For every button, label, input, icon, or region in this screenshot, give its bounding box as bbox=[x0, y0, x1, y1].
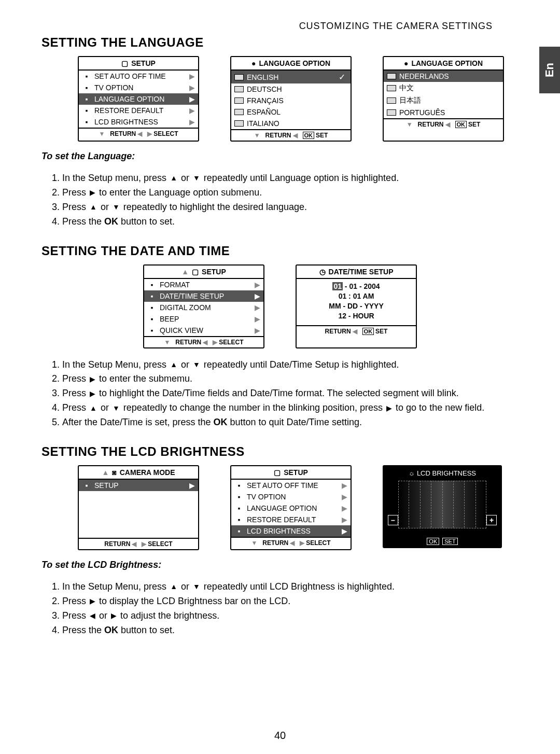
menu-item-label: FRANÇAIS bbox=[247, 96, 347, 105]
menu-item[interactable]: ESPAÑOL bbox=[231, 106, 351, 118]
subheading-set-language: To set the Language: bbox=[41, 151, 519, 162]
menu-item-label: ITALIANO bbox=[247, 119, 347, 128]
submenu-arrow-icon: ▶ bbox=[189, 106, 195, 115]
menu-item[interactable]: ▪LANGUAGE OPTION▶ bbox=[79, 93, 198, 105]
datetime-setup-menu: ◷ DATE/TIME SETUP 01 - 01 - 2004 01 : 01… bbox=[296, 264, 417, 348]
menu-item[interactable]: DEUTSCH bbox=[231, 83, 351, 95]
menu-item-label: TV OPTION bbox=[94, 83, 186, 92]
brightness-minus[interactable]: – bbox=[388, 515, 398, 525]
heading-setting-datetime: SETTING THE DATE AND TIME bbox=[41, 244, 519, 258]
menu-item-label: DIGITAL ZOOM bbox=[160, 303, 251, 312]
menu-item-label: DEUTSCH bbox=[247, 85, 347, 93]
menu-item[interactable]: ▪SETUP▶ bbox=[79, 480, 198, 491]
menu-item-label: DATE/TIME SETUP bbox=[160, 292, 251, 300]
submenu-arrow-icon: ▶ bbox=[189, 118, 195, 126]
menu-item-icon: ▪ bbox=[147, 281, 157, 289]
submenu-arrow-icon: ▶ bbox=[342, 515, 347, 524]
menu-item[interactable]: ENGLISH✓ bbox=[231, 71, 351, 83]
menu-item-icon: ▪ bbox=[82, 72, 91, 80]
menu-item-label: 中文 bbox=[399, 83, 500, 93]
language-side-tab: En bbox=[539, 47, 560, 93]
language-option-menu-1: ● LANGUAGE OPTION ENGLISH✓DEUTSCHFRANÇAI… bbox=[230, 56, 352, 142]
menu-item-label: PORTUGUÊS bbox=[399, 108, 500, 117]
submenu-arrow-icon: ▶ bbox=[342, 481, 347, 490]
instruction-step: In the Setup Menu, press ▲ or ▼ repeated… bbox=[62, 580, 519, 594]
menu-item[interactable]: ▪BEEP▶ bbox=[144, 313, 263, 325]
menu-item-label: SET AUTO OFF TIME bbox=[94, 72, 186, 80]
instruction-step: In the Setup Menu, press ▲ or ▼ repeated… bbox=[62, 358, 519, 372]
menu-item[interactable]: ITALIANO bbox=[231, 118, 351, 129]
brightness-plus[interactable]: + bbox=[486, 515, 497, 525]
date-format: MM - DD - YYYY bbox=[329, 302, 384, 310]
menu-item-icon: ▪ bbox=[234, 504, 244, 512]
menu-item[interactable]: ▪DATE/TIME SETUP▶ bbox=[144, 290, 263, 302]
menu-item-icon: ▪ bbox=[147, 326, 157, 334]
language-steps: In the Setup menu, press ▲ or ▼ repeated… bbox=[41, 171, 519, 229]
menu-item-label: 日本語 bbox=[399, 96, 500, 105]
datetime-steps: In the Setup Menu, press ▲ or ▼ repeated… bbox=[41, 358, 519, 430]
menu-item-label: QUICK VIEW bbox=[160, 326, 251, 334]
menu-item[interactable]: 中文 bbox=[384, 82, 503, 94]
menu-item-label: ENGLISH bbox=[247, 73, 335, 81]
submenu-arrow-icon: ▶ bbox=[342, 527, 347, 535]
camera-icon: ◙ bbox=[112, 468, 116, 477]
language-option-menu-2: ● LANGUAGE OPTION NEDERLANDS中文日本語PORTUGU… bbox=[383, 56, 504, 142]
submenu-arrow-icon: ▶ bbox=[255, 281, 260, 289]
hour-format: 12 - HOUR bbox=[338, 312, 374, 320]
menu-item[interactable]: PORTUGUÊS bbox=[384, 107, 503, 118]
date-value: 01 - 01 - 2004 bbox=[332, 282, 380, 290]
left-tri-icon: ◀ bbox=[137, 130, 142, 137]
menu-item[interactable]: 日本語 bbox=[384, 94, 503, 107]
subheading-set-lcd: To set the LCD Brightness: bbox=[41, 560, 519, 570]
lcd-brightness-preview: ☼ LCD BRIGHTNESS – + OK SET bbox=[383, 465, 502, 548]
menu-item-icon: ▪ bbox=[234, 527, 244, 535]
menu-item-label: SETUP bbox=[94, 481, 186, 490]
menu-item-icon: ▪ bbox=[234, 481, 244, 490]
submenu-arrow-icon: ▶ bbox=[255, 315, 260, 323]
menu-item-label: LCD BRIGHTNESS bbox=[247, 527, 339, 535]
menu-item[interactable]: ▪DIGITAL ZOOM▶ bbox=[144, 302, 263, 313]
menu-item[interactable]: NEDERLANDS bbox=[384, 71, 503, 82]
menu-item[interactable]: ▪RESTORE DEFAULT▶ bbox=[79, 105, 198, 116]
menu-item[interactable]: ▪FORMAT▶ bbox=[144, 279, 263, 290]
setup-icon: ▢ bbox=[121, 59, 128, 67]
menu-item[interactable]: ▪RESTORE DEFAULT▶ bbox=[231, 514, 351, 525]
menu-item[interactable]: ▪SET AUTO OFF TIME▶ bbox=[79, 71, 198, 82]
menu-item[interactable]: ▪LCD BRIGHTNESS▶ bbox=[79, 116, 198, 128]
setup-menu-title: ▢ SETUP bbox=[79, 57, 198, 71]
submenu-arrow-icon: ▶ bbox=[342, 493, 347, 501]
submenu-arrow-icon: ▶ bbox=[189, 83, 195, 92]
instruction-step: Press ▶ to display the LCD Brightness ba… bbox=[62, 594, 519, 609]
menu-item[interactable]: ▪TV OPTION▶ bbox=[231, 491, 351, 502]
instruction-step: Press ▶ to enter the Language option sub… bbox=[62, 186, 519, 200]
setup-menu-lang: ▢ SETUP ▪SET AUTO OFF TIME▶▪TV OPTION▶▪L… bbox=[78, 56, 199, 142]
setup-menu-datetime: ▲ ▢ SETUP ▪FORMAT▶▪DATE/TIME SETUP▶▪DIGI… bbox=[143, 264, 264, 348]
menu-item-label: LCD BRIGHTNESS bbox=[94, 118, 186, 126]
flag-icon bbox=[387, 73, 396, 79]
menu-item[interactable]: FRANÇAIS bbox=[231, 95, 351, 106]
instruction-step: Press the OK button to set. bbox=[62, 623, 519, 638]
menu-item-label: LANGUAGE OPTION bbox=[94, 95, 186, 103]
instruction-step: Press ▲ or ▼ repeatedly to highlight the… bbox=[62, 200, 519, 215]
lcd-steps: In the Setup Menu, press ▲ or ▼ repeated… bbox=[41, 580, 519, 638]
flag-icon bbox=[234, 120, 244, 127]
menu-item-label: RESTORE DEFAULT bbox=[247, 515, 339, 524]
menu-item-icon: ▪ bbox=[82, 481, 91, 490]
menu-item-label: RESTORE DEFAULT bbox=[94, 106, 186, 115]
breadcrumb: CUSTOMIZING THE CAMERA SETTINGS bbox=[299, 21, 493, 32]
menu-item[interactable]: ▪QUICK VIEW▶ bbox=[144, 325, 263, 336]
menu-item-label: LANGUAGE OPTION bbox=[247, 504, 339, 512]
instruction-step: Press ▲ or ▼ repeatedly to change the nu… bbox=[62, 401, 519, 415]
flag-icon bbox=[234, 97, 244, 104]
heading-setting-lcd: SETTING THE LCD BRIGHTNESS bbox=[41, 444, 519, 459]
menu-item[interactable]: ▪LCD BRIGHTNESS▶ bbox=[231, 525, 351, 537]
check-icon: ✓ bbox=[339, 72, 347, 82]
menu-item[interactable]: ▪SET AUTO OFF TIME▶ bbox=[231, 480, 351, 491]
instruction-step: Press ▶ to highlight the Date/Time field… bbox=[62, 386, 519, 401]
camera-mode-menu: ▲ ◙ CAMERA MODE ▪SETUP▶ RETURN ◀ ▶ SELEC… bbox=[78, 465, 199, 550]
menu-item[interactable]: ▪LANGUAGE OPTION▶ bbox=[231, 502, 351, 514]
menu-item[interactable]: ▪TV OPTION▶ bbox=[79, 82, 198, 93]
menu-item-label: FORMAT bbox=[160, 281, 251, 289]
menu-item-label: BEEP bbox=[160, 315, 251, 323]
menu-item-icon: ▪ bbox=[82, 83, 91, 92]
